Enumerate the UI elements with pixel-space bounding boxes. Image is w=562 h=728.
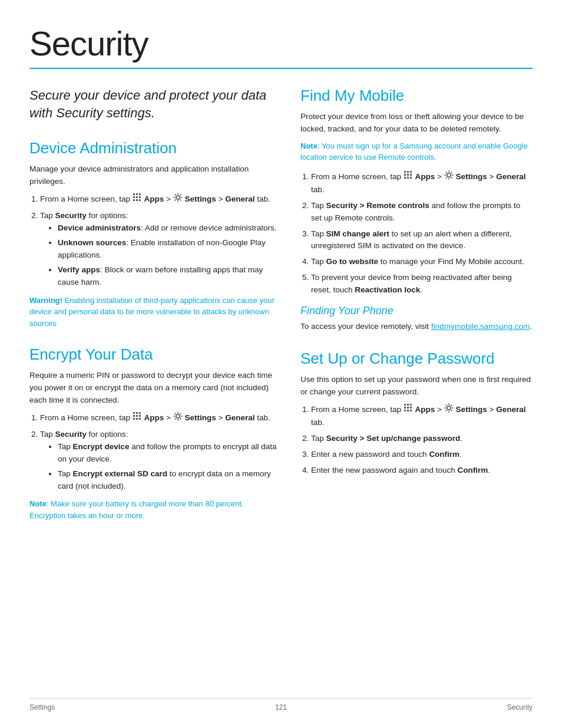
set-up-password-section: Set Up or Change Password Use this optio… bbox=[300, 350, 533, 476]
svg-rect-18 bbox=[139, 418, 141, 420]
step-item: Tap SIM change alert to set up an alert … bbox=[311, 228, 533, 253]
footer-page-number: 121 bbox=[275, 703, 287, 711]
svg-rect-13 bbox=[133, 415, 135, 417]
right-column: Find My Mobile Protect your device from … bbox=[300, 87, 533, 538]
svg-rect-34 bbox=[407, 407, 409, 409]
svg-rect-15 bbox=[139, 415, 141, 417]
settings-label: Settings bbox=[184, 195, 216, 203]
encrypt-heading: Encrypt Your Data bbox=[29, 345, 277, 364]
step-item: Tap Security > Set up/change password. bbox=[311, 433, 533, 445]
security-label: Security bbox=[55, 211, 87, 220]
svg-rect-22 bbox=[410, 171, 412, 173]
encrypt-section: Encrypt Your Data Require a numeric PIN … bbox=[29, 345, 277, 521]
find-my-mobile-section: Find My Mobile Protect your device from … bbox=[300, 87, 533, 333]
device-administration-intro: Manage your device administrators and ap… bbox=[29, 163, 277, 188]
svg-rect-36 bbox=[404, 410, 406, 411]
encrypt-note: Note: Make sure your battery is charged … bbox=[29, 498, 277, 521]
find-my-mobile-intro: Protect your device from loss or theft a… bbox=[300, 111, 533, 136]
step-item: Enter a new password and touch Confirm. bbox=[311, 449, 533, 461]
svg-rect-30 bbox=[404, 404, 406, 406]
svg-rect-24 bbox=[407, 174, 409, 176]
security-options-list: Device administrators: Add or remove dev… bbox=[58, 222, 277, 289]
svg-rect-17 bbox=[136, 418, 138, 420]
unknown-sources-bullet: Unknown sources: Enable installation of … bbox=[58, 237, 277, 262]
svg-point-29 bbox=[447, 173, 451, 177]
svg-rect-4 bbox=[136, 196, 138, 198]
svg-rect-6 bbox=[133, 199, 135, 201]
apps-grid-icon3 bbox=[404, 170, 413, 184]
encrypt-steps: From a Home screen, tap bbox=[40, 411, 277, 493]
apps-grid-icon2 bbox=[133, 411, 142, 425]
step-item: Tap Security > Remote controls and follo… bbox=[311, 200, 533, 225]
apps-label: Apps bbox=[144, 195, 164, 203]
svg-rect-20 bbox=[404, 171, 406, 173]
step-item: Tap Security for options: Device adminis… bbox=[40, 210, 277, 289]
settings-gear-icon bbox=[173, 193, 183, 206]
svg-rect-8 bbox=[139, 199, 141, 201]
step-item: Enter the new password again and touch C… bbox=[311, 465, 533, 477]
svg-rect-25 bbox=[410, 174, 412, 176]
page-title: Security bbox=[29, 24, 533, 63]
step-item: Tap Go to website to manage your Find My… bbox=[311, 256, 533, 268]
svg-rect-11 bbox=[136, 412, 138, 414]
svg-rect-14 bbox=[136, 415, 138, 417]
set-up-password-intro: Use this option to set up your password … bbox=[300, 374, 533, 398]
set-up-password-steps: From a Home screen, tap bbox=[311, 403, 533, 477]
finding-your-phone-subheading: Finding Your Phone bbox=[300, 305, 533, 317]
svg-rect-5 bbox=[139, 196, 141, 198]
svg-rect-28 bbox=[410, 177, 412, 179]
step-item: Tap Security for options: Tap Encrypt de… bbox=[40, 429, 277, 493]
step-item: From a Home screen, tap bbox=[311, 403, 533, 429]
device-administration-heading: Device Administration bbox=[29, 139, 277, 157]
settings-gear-icon4 bbox=[444, 403, 454, 417]
svg-rect-23 bbox=[404, 174, 406, 176]
general-tab-label: General bbox=[225, 195, 254, 203]
svg-rect-31 bbox=[407, 404, 409, 406]
find-my-mobile-steps: From a Home screen, tap bbox=[311, 170, 533, 297]
apps-grid-icon4 bbox=[404, 403, 413, 417]
svg-rect-33 bbox=[404, 407, 406, 409]
svg-point-9 bbox=[176, 196, 180, 199]
page: Security Secure your device and protect … bbox=[0, 0, 562, 728]
svg-rect-16 bbox=[133, 418, 135, 420]
footer-right: Security bbox=[507, 703, 533, 711]
svg-rect-38 bbox=[410, 410, 412, 411]
find-my-mobile-note: Note: You must sign up for a Samsung acc… bbox=[300, 140, 533, 163]
svg-rect-37 bbox=[407, 410, 409, 411]
encrypt-device-bullet: Tap Encrypt device and follow the prompt… bbox=[58, 441, 277, 466]
step-item: From a Home screen, tap bbox=[40, 193, 277, 206]
svg-rect-21 bbox=[407, 171, 409, 173]
device-admin-bullet: Device administrators: Add or remove dev… bbox=[58, 222, 277, 235]
svg-rect-1 bbox=[136, 193, 138, 195]
device-administration-steps: From a Home screen, tap bbox=[40, 193, 277, 288]
svg-rect-7 bbox=[136, 199, 138, 201]
apps-grid-icon bbox=[133, 193, 142, 206]
encrypt-sd-bullet: Tap Encrypt external SD card to encrypt … bbox=[58, 468, 277, 493]
encrypt-intro: Require a numeric PIN or password to dec… bbox=[29, 370, 277, 407]
step-item: From a Home screen, tap bbox=[311, 170, 533, 196]
svg-rect-35 bbox=[410, 407, 412, 409]
page-subtitle: Secure your device and protect your data… bbox=[29, 87, 277, 121]
device-administration-section: Device Administration Manage your device… bbox=[29, 139, 277, 329]
step-item: To prevent your device from being reacti… bbox=[311, 272, 533, 297]
main-content: Secure your device and protect your data… bbox=[29, 87, 533, 538]
settings-gear-icon2 bbox=[173, 411, 183, 425]
svg-rect-10 bbox=[133, 412, 135, 414]
left-column: Secure your device and protect your data… bbox=[29, 87, 277, 538]
title-divider bbox=[29, 68, 533, 69]
settings-gear-icon3 bbox=[444, 170, 454, 184]
device-admin-warning: Warning! Enabling installation of third-… bbox=[29, 295, 277, 330]
finding-your-phone-text: To access your device remotely, visit fi… bbox=[300, 321, 533, 333]
svg-rect-2 bbox=[139, 193, 141, 195]
footer-left: Settings bbox=[29, 703, 55, 711]
svg-rect-0 bbox=[133, 193, 135, 195]
encrypt-options-list: Tap Encrypt device and follow the prompt… bbox=[58, 441, 277, 493]
verify-apps-bullet: Verify apps: Block or warn before instal… bbox=[58, 264, 277, 289]
svg-rect-12 bbox=[139, 412, 141, 414]
page-footer: Settings 121 Security bbox=[29, 698, 533, 711]
svg-rect-32 bbox=[410, 404, 412, 406]
svg-rect-3 bbox=[133, 196, 135, 198]
findmymobile-link[interactable]: findmymobile.samsung.com bbox=[431, 322, 530, 331]
svg-point-19 bbox=[176, 414, 180, 418]
svg-rect-27 bbox=[407, 177, 409, 179]
